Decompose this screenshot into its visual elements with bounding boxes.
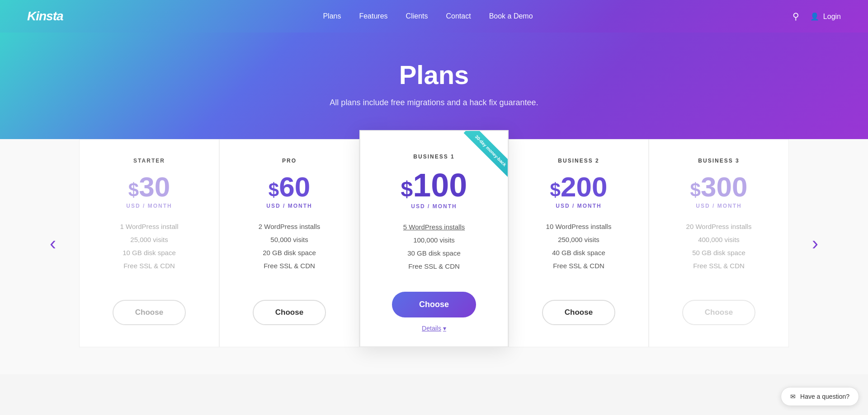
nav-link[interactable]: Features bbox=[359, 12, 387, 20]
feature-item: 250,000 visits bbox=[546, 236, 612, 243]
plan-name: BUSINESS 1 bbox=[413, 154, 454, 160]
feature-item: 30 GB disk space bbox=[403, 249, 465, 257]
nav-link[interactable]: Book a Demo bbox=[489, 12, 533, 20]
plan-price: $100 bbox=[401, 169, 467, 201]
price-symbol: $ bbox=[128, 179, 139, 201]
feature-item: Free SSL & CDN bbox=[259, 262, 320, 270]
choose-button-business2[interactable]: Choose bbox=[542, 300, 615, 325]
plans-wrapper: ‹ STARTER $30 USD / MONTH 1 WordPress in… bbox=[45, 139, 823, 347]
navbar: Kinsta PlansFeaturesClientsContactBook a… bbox=[0, 0, 868, 33]
nav-link[interactable]: Clients bbox=[406, 12, 428, 20]
plan-price: $60 bbox=[269, 173, 310, 201]
feature-item: 1 WordPress install bbox=[120, 223, 179, 230]
price-symbol: $ bbox=[550, 179, 561, 201]
plan-features: 1 WordPress install 25,000 visits 10 GB … bbox=[120, 223, 179, 284]
plan-features: 20 WordPress installs 400,000 visits 50 … bbox=[686, 223, 752, 284]
feature-item: 20 GB disk space bbox=[259, 249, 320, 256]
nav-right: ⚲ 👤 Login bbox=[793, 11, 841, 22]
feature-item: 40 GB disk space bbox=[546, 249, 612, 256]
plan-card-business2: BUSINESS 2 $200 USD / MONTH 10 WordPress… bbox=[509, 139, 649, 347]
feature-item: 50,000 visits bbox=[259, 236, 320, 243]
plan-currency: USD / MONTH bbox=[266, 203, 312, 209]
plan-features: 2 WordPress installs 50,000 visits 20 GB… bbox=[259, 223, 320, 284]
plan-card-starter: STARTER $30 USD / MONTH 1 WordPress inst… bbox=[79, 139, 219, 347]
feature-item: 10 GB disk space bbox=[120, 249, 179, 256]
plan-name: BUSINESS 3 bbox=[698, 158, 739, 164]
feature-item: Free SSL & CDN bbox=[546, 262, 612, 270]
plans-section: ‹ STARTER $30 USD / MONTH 1 WordPress in… bbox=[0, 139, 868, 374]
ribbon-text: 30-day money-back bbox=[464, 131, 508, 177]
feature-item: 5 WordPress installs bbox=[403, 223, 465, 231]
price-symbol: $ bbox=[401, 177, 413, 201]
plan-card-business3: BUSINESS 3 $300 USD / MONTH 20 WordPress… bbox=[649, 139, 789, 347]
next-arrow[interactable]: › bbox=[812, 233, 818, 254]
plan-currency: USD / MONTH bbox=[696, 203, 741, 209]
chevron-down-icon: ▾ bbox=[443, 325, 446, 332]
plan-price: $30 bbox=[128, 173, 170, 201]
choose-button-pro[interactable]: Choose bbox=[253, 300, 326, 325]
feature-item: 50 GB disk space bbox=[686, 249, 752, 256]
plan-currency: USD / MONTH bbox=[126, 203, 172, 209]
choose-button-business3[interactable]: Choose bbox=[682, 300, 755, 325]
feature-item: 400,000 visits bbox=[686, 236, 752, 243]
nav-link[interactable]: Plans bbox=[323, 12, 341, 20]
plan-name: PRO bbox=[282, 158, 297, 164]
plan-card-business1: 30-day money-back BUSINESS 1 $100 USD / … bbox=[359, 130, 509, 347]
plan-price: $300 bbox=[690, 173, 748, 201]
plan-currency: USD / MONTH bbox=[411, 203, 457, 210]
plan-currency: USD / MONTH bbox=[556, 203, 601, 209]
details-link[interactable]: Details ▾ bbox=[422, 325, 446, 332]
login-link[interactable]: 👤 Login bbox=[810, 12, 841, 21]
price-symbol: $ bbox=[690, 179, 701, 201]
hero-title: Plans bbox=[9, 60, 859, 90]
plan-features: 10 WordPress installs 250,000 visits 40 … bbox=[546, 223, 612, 284]
feature-item: Free SSL & CDN bbox=[120, 262, 179, 270]
plan-name: BUSINESS 2 bbox=[558, 158, 599, 164]
plan-name: STARTER bbox=[133, 158, 165, 164]
choose-button-business1[interactable]: Choose bbox=[392, 292, 476, 317]
feature-item: 10 WordPress installs bbox=[546, 223, 612, 230]
feature-item: Free SSL & CDN bbox=[686, 262, 752, 270]
plan-price: $200 bbox=[550, 173, 608, 201]
plan-features: 5 WordPress installs 100,000 visits 30 G… bbox=[403, 223, 465, 275]
feature-item: 20 WordPress installs bbox=[686, 223, 752, 230]
hero-subtitle: All plans include free migrations and a … bbox=[9, 98, 859, 107]
logo[interactable]: Kinsta bbox=[27, 9, 63, 23]
prev-arrow[interactable]: ‹ bbox=[50, 233, 56, 254]
nav-link[interactable]: Contact bbox=[446, 12, 471, 20]
search-icon[interactable]: ⚲ bbox=[793, 11, 799, 22]
nav-links: PlansFeaturesClientsContactBook a Demo bbox=[323, 12, 533, 20]
feature-item: 25,000 visits bbox=[120, 236, 179, 243]
feature-item: Free SSL & CDN bbox=[403, 262, 465, 270]
feature-item: 100,000 visits bbox=[403, 236, 465, 244]
feature-item: 2 WordPress installs bbox=[259, 223, 320, 230]
price-symbol: $ bbox=[269, 179, 279, 201]
plan-card-pro: PRO $60 USD / MONTH 2 WordPress installs… bbox=[219, 139, 359, 347]
choose-button-starter[interactable]: Choose bbox=[113, 300, 186, 325]
